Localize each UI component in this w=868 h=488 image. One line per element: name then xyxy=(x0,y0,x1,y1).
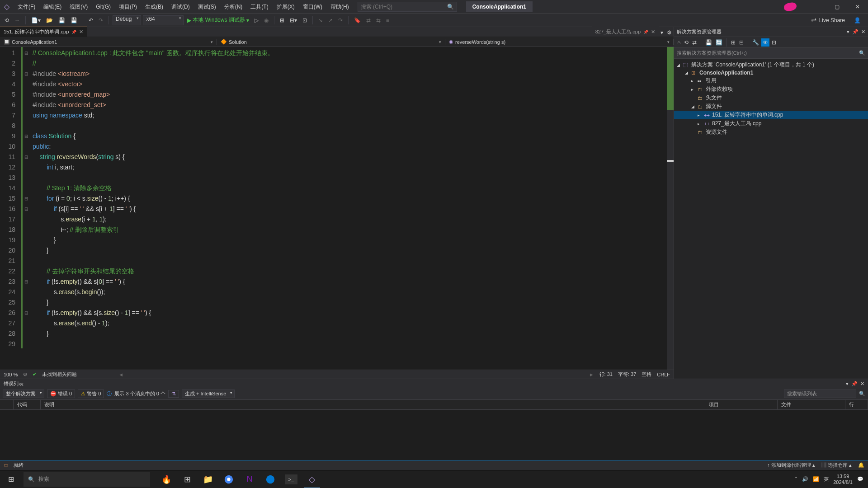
minimize-button[interactable]: ─ xyxy=(806,0,826,14)
line-indicator[interactable]: 行: 31 xyxy=(599,371,613,378)
menu-item[interactable]: 测试(S) xyxy=(194,0,220,14)
edge-icon[interactable] xyxy=(260,470,280,488)
menu-item[interactable]: 窗口(W) xyxy=(299,0,326,14)
warnings-filter[interactable]: ⚠警告 0 xyxy=(78,389,104,398)
panel-close-icon[interactable]: ✕ xyxy=(861,29,865,35)
col-icon[interactable] xyxy=(0,400,14,409)
issues-label[interactable]: 未找到相关问题 xyxy=(42,371,77,378)
tb-sync-1[interactable]: ⇄ xyxy=(364,16,373,24)
start-button[interactable]: ⊞ xyxy=(0,470,22,488)
col-indicator[interactable]: 字符: 37 xyxy=(618,371,636,378)
tray-notifications-icon[interactable]: 💬 xyxy=(857,476,863,482)
tree-project[interactable]: ◢ ⊞ ConsoleApplication1 xyxy=(674,69,868,76)
config-combo[interactable]: Debug xyxy=(113,15,141,25)
nav-member[interactable]: ◉reverseWords(string s) xyxy=(445,39,674,45)
messages-filter[interactable]: 展示 3 个消息中的 0 个 xyxy=(114,390,165,397)
col-code[interactable]: 代码 xyxy=(14,400,41,409)
platform-combo[interactable]: x64 xyxy=(143,15,184,25)
ptb-home-icon[interactable]: ⌂ xyxy=(676,38,682,47)
explorer-icon[interactable]: 📁 xyxy=(198,470,218,488)
col-project[interactable]: 项目 xyxy=(705,400,778,409)
maximize-button[interactable]: ▢ xyxy=(826,0,847,14)
panel-pin-icon[interactable]: 📌 xyxy=(851,381,858,387)
scope-combo[interactable]: 整个解决方案 xyxy=(3,389,44,398)
nav-scope[interactable]: 🔲 ConsoleApplication1 xyxy=(0,39,217,45)
quick-search[interactable]: 🔍 xyxy=(358,2,457,12)
tabs-dropdown[interactable]: ▾ xyxy=(659,28,665,37)
pin-icon[interactable]: 📌 xyxy=(71,30,76,34)
taskview-button[interactable]: ⊞ xyxy=(177,470,197,488)
tree-source-file-1[interactable]: ▸ ++151. 反转字符串中的单词.cpp xyxy=(674,111,868,119)
output-icon[interactable]: ▭ xyxy=(4,462,8,468)
tab-file-1[interactable]: 151. 反转字符串中的单词.cpp 📌 ✕ xyxy=(0,27,87,37)
tabs-settings-icon[interactable]: ⚙ xyxy=(665,28,674,37)
vertical-scrollbar[interactable] xyxy=(667,47,674,370)
ptb-collapse-icon[interactable]: ⊟ xyxy=(738,38,745,47)
tb-sync-3[interactable]: ≡ xyxy=(384,16,391,24)
nav-class[interactable]: 🔶Solution xyxy=(217,39,445,45)
onenote-icon[interactable]: N xyxy=(240,470,259,488)
build-filter-icon[interactable]: ⚗ xyxy=(168,390,179,398)
menu-item[interactable]: 项目(P) xyxy=(115,0,141,14)
panel-pin-icon[interactable]: 📌 xyxy=(852,29,859,35)
tb-step-1[interactable]: ↘ xyxy=(316,16,325,24)
line-ending[interactable]: CRLF xyxy=(657,372,670,377)
tree-resources[interactable]: 🗀资源文件 xyxy=(674,128,868,136)
menu-item[interactable]: 帮助(H) xyxy=(326,0,353,14)
tray-wifi-icon[interactable]: 📶 xyxy=(813,476,819,482)
tab-file-2[interactable]: 827_最大人工岛.cpp 📌 ✕ xyxy=(592,27,659,37)
taskview-icon[interactable]: 🔥 xyxy=(156,470,176,488)
fold-column[interactable]: ⊟⊟⊟⊟⊟⊟⊟⊟ xyxy=(23,47,30,370)
tray-lang[interactable]: 英 xyxy=(824,476,829,483)
tb-icon-1[interactable]: ⊞ xyxy=(278,16,286,24)
terminal-icon[interactable]: >_ xyxy=(285,474,297,484)
tb-icon-3[interactable]: ⊡ xyxy=(301,16,309,24)
code-content[interactable]: // ConsoleApplication1.cpp : 此文件包含 "main… xyxy=(30,47,667,370)
solution-tree[interactable]: ◢⬚ 解决方案 'ConsoleApplication1' (1 个项目，共 1… xyxy=(674,59,868,138)
panel-dropdown-icon[interactable]: ▾ xyxy=(846,381,849,387)
ptb-saveall-icon[interactable]: 💾 xyxy=(704,38,713,47)
tree-headers[interactable]: 🗀头文件 xyxy=(674,94,868,102)
tree-sources[interactable]: ◢ 🗀源文件 xyxy=(674,102,868,111)
forward-button[interactable]: → xyxy=(13,16,22,24)
source-control-button[interactable]: ↑ 添加到源代码管理 ▴ xyxy=(767,462,815,469)
menu-item[interactable]: Git(G) xyxy=(92,0,115,14)
error-search[interactable]: 搜索错误列表 xyxy=(784,389,856,398)
ptb-showfiles-icon[interactable]: ⊞ xyxy=(730,38,737,47)
menu-item[interactable]: 视图(V) xyxy=(66,0,92,14)
menu-item[interactable]: 分析(N) xyxy=(220,0,247,14)
ptb-preview-icon[interactable]: 👁 xyxy=(761,38,769,47)
ptb-props-icon[interactable]: 🔧 xyxy=(751,38,760,47)
errors-filter[interactable]: ⛔错误 0 xyxy=(47,389,75,398)
tray-up-icon[interactable]: ˄ xyxy=(795,476,797,482)
ptb-sync-icon[interactable]: ⇄ xyxy=(691,38,698,47)
close-button[interactable]: ✕ xyxy=(847,0,868,14)
col-desc[interactable]: 说明 xyxy=(41,400,705,409)
new-button[interactable]: 📄▾ xyxy=(29,16,42,24)
menu-item[interactable]: 工具(T) xyxy=(246,0,272,14)
open-button[interactable]: 📂 xyxy=(44,16,55,24)
tree-source-file-2[interactable]: ▸ ++827_最大人工岛.cpp xyxy=(674,119,868,128)
pin-icon[interactable]: 📌 xyxy=(643,30,648,34)
repo-select-button[interactable]: ▥ 选择仓库 ▴ xyxy=(821,462,852,469)
tree-references[interactable]: ▸ ▪▪引用 xyxy=(674,76,868,85)
save-button[interactable]: 💾 xyxy=(57,16,67,24)
redo-button[interactable]: ↷ xyxy=(97,16,105,24)
tb-bookmark[interactable]: 🔖 xyxy=(352,16,363,24)
live-share-button[interactable]: ⮂ Live Share 👤 xyxy=(807,17,865,23)
save-all-button[interactable]: 💾 xyxy=(69,16,79,24)
account-icon[interactable]: 👤 xyxy=(854,17,861,23)
search-input[interactable] xyxy=(361,4,447,10)
tray-clock[interactable]: 13:59 2024/8/1 xyxy=(833,474,853,485)
undo-button[interactable]: ↶ xyxy=(87,16,95,24)
close-icon[interactable]: ✕ xyxy=(651,29,655,35)
menu-item[interactable]: 编辑(E) xyxy=(39,0,66,14)
menu-item[interactable]: 生成(B) xyxy=(141,0,167,14)
tb-step-3[interactable]: ↷ xyxy=(336,16,344,24)
ptb-back-icon[interactable]: ⟲ xyxy=(683,38,690,47)
zoom-level[interactable]: 100 % xyxy=(4,372,18,377)
ptb-refresh-icon[interactable]: 🔄 xyxy=(714,38,724,47)
close-icon[interactable]: ✕ xyxy=(79,29,83,35)
tree-solution-root[interactable]: ◢⬚ 解决方案 'ConsoleApplication1' (1 个项目，共 1… xyxy=(674,61,868,69)
menu-item[interactable]: 文件(F) xyxy=(14,0,39,14)
